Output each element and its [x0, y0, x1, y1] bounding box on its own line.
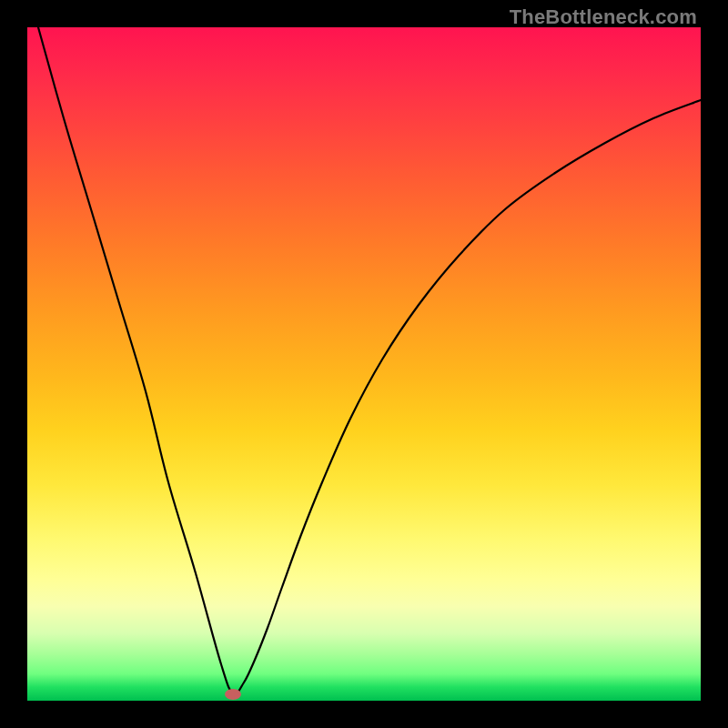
bottleneck-curve	[27, 27, 701, 701]
minimum-marker	[225, 689, 241, 700]
chart-frame: TheBottleneck.com	[0, 0, 728, 728]
watermark-text: TheBottleneck.com	[510, 5, 697, 29]
plot-area	[27, 27, 701, 701]
